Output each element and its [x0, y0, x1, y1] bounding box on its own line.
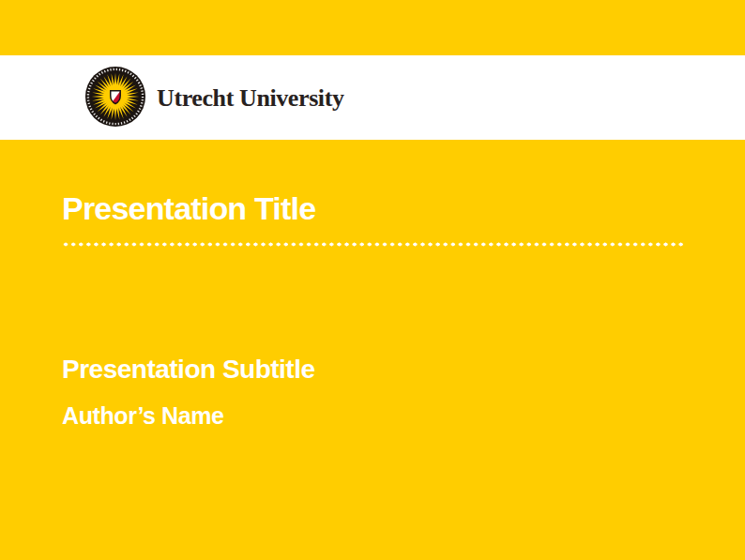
author-name: Author’s Name	[62, 404, 224, 428]
presentation-title: Presentation Title	[62, 192, 315, 224]
presentation-subtitle: Presentation Subtitle	[62, 356, 315, 383]
title-slide: Utrecht University Presentation Title Pr…	[0, 0, 745, 560]
utrecht-university-seal-icon	[84, 66, 146, 128]
university-logotype: Utrecht University	[157, 84, 344, 113]
dotted-divider	[62, 240, 683, 249]
header-band: Utrecht University	[0, 55, 745, 140]
